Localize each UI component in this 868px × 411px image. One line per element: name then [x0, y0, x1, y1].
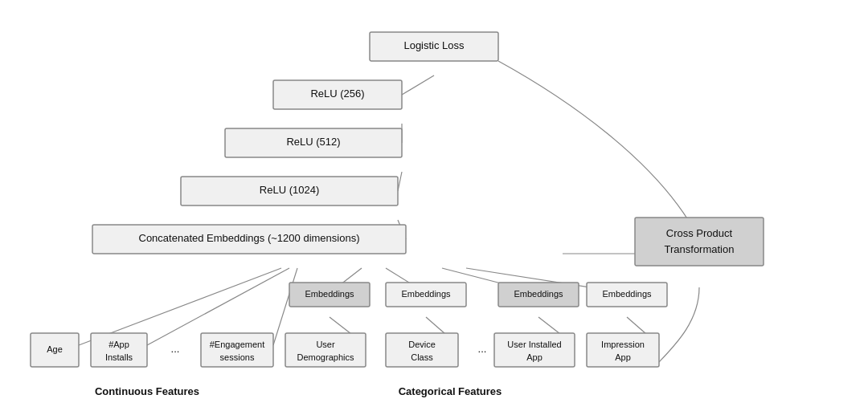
architecture-diagram: Logistic Loss ReLU (256) ReLU (512) ReLU… [0, 0, 868, 411]
user-installed-label2: App [526, 352, 542, 362]
age-label: Age [47, 344, 63, 354]
relu512-label: ReLU (512) [286, 136, 340, 148]
continuous-features-label: Continuous Features [95, 385, 199, 397]
impression-app-label2: App [615, 352, 631, 362]
engagement-label2: sessions [220, 352, 255, 362]
app-installs-label2: Installs [105, 352, 133, 362]
user-dem-label2: Demographics [297, 352, 354, 362]
cross-product-label2: Transformation [665, 243, 735, 255]
dots2: ... [478, 343, 487, 355]
categorical-features-label: Categorical Features [399, 385, 502, 397]
device-class-label2: Class [411, 352, 433, 362]
emb-device-label: Embeddings [401, 289, 451, 299]
svg-line-0 [402, 75, 434, 95]
user-installed-label: User Installed [507, 340, 561, 349]
logistic-loss-label: Logistic Loss [403, 39, 465, 51]
emb-user-dem-label: Embeddings [305, 289, 354, 299]
app-installs-label: #App [108, 340, 129, 349]
emb-impression-label: Embeddings [602, 289, 652, 299]
emb-user-inst-label: Embeddings [514, 289, 563, 299]
cross-product-label: Cross Product [666, 227, 733, 239]
relu1024-label: ReLU (1024) [260, 184, 319, 196]
engagement-label: #Engagement [210, 340, 265, 349]
relu256-label: ReLU (256) [310, 87, 364, 100]
cross-product-box [635, 218, 764, 266]
dots1: ... [171, 343, 180, 355]
user-dem-label: User [316, 340, 335, 349]
device-class-label: Device [408, 340, 436, 349]
impression-app-label: Impression [601, 340, 645, 349]
concat-emb-label: Concatenated Embeddings (~1200 dimension… [139, 232, 360, 244]
